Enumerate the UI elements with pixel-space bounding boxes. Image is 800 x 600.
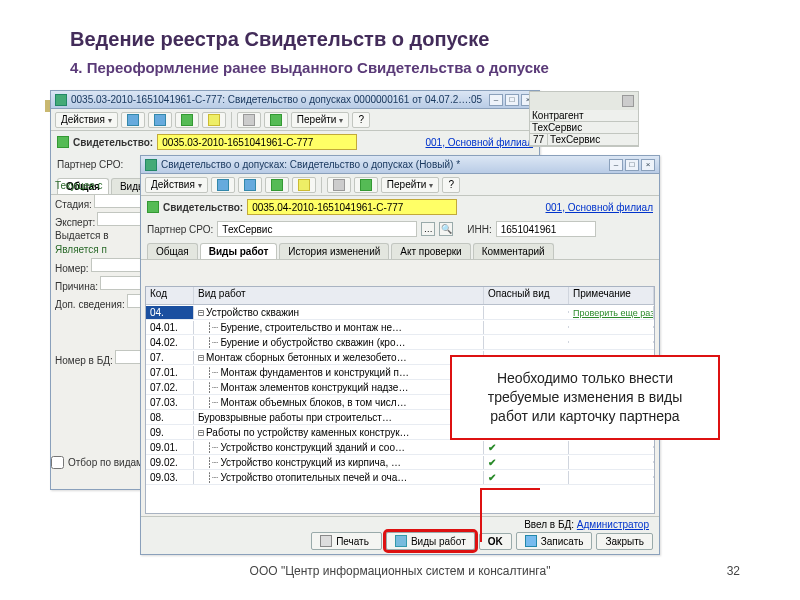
- col-code[interactable]: Код: [146, 287, 194, 304]
- maximize-button[interactable]: □: [625, 159, 639, 171]
- right-panel: Контрагент ТехСервис 77ТехСервис: [529, 91, 639, 147]
- col-danger[interactable]: Опасный вид: [484, 287, 569, 304]
- folder-icon: [395, 535, 407, 547]
- cert-icon: [57, 136, 69, 148]
- tab-general[interactable]: Общая: [147, 243, 198, 259]
- actions-menu[interactable]: Действия: [55, 112, 118, 128]
- titlebar-2[interactable]: Свидетельство о допусках: Свидетельство …: [141, 156, 659, 174]
- filter-checkbox[interactable]: [51, 456, 64, 469]
- callout-connector: [480, 488, 540, 490]
- print-button[interactable]: Печать: [311, 532, 382, 550]
- app-icon: [145, 159, 157, 171]
- cert-icon: [147, 201, 159, 213]
- minimize-button[interactable]: –: [609, 159, 623, 171]
- actions-menu[interactable]: Действия: [145, 177, 208, 193]
- select-button[interactable]: …: [421, 222, 435, 236]
- printer-icon: [320, 535, 332, 547]
- inn-label: ИНН:: [467, 224, 491, 235]
- titlebar-text: Свидетельство о допусках: Свидетельство …: [161, 159, 460, 170]
- goto-menu[interactable]: Перейти: [291, 112, 350, 128]
- ok-button[interactable]: OK: [479, 533, 512, 550]
- slide-number: 32: [727, 564, 740, 578]
- col-work[interactable]: Вид работ: [194, 287, 484, 304]
- app-icon: [55, 94, 67, 106]
- tb-icon[interactable]: [238, 177, 262, 193]
- tb-icon[interactable]: [175, 112, 199, 128]
- tb-icon[interactable]: [237, 112, 261, 128]
- table-row[interactable]: 09.02. ┊┈Устройство конструкций из кирпи…: [146, 455, 654, 470]
- titlebar-text: 0035.03-2010-1651041961-С-777: Свидетель…: [71, 94, 482, 105]
- filter-icon[interactable]: [622, 95, 634, 107]
- table-row[interactable]: 04.02. ┊┈Бурение и обустройство скважин …: [146, 335, 654, 350]
- partner-label: Партнер СРО:: [147, 224, 213, 235]
- close-button[interactable]: Закрыть: [596, 533, 653, 550]
- branch-link[interactable]: 001, Основной филиал: [426, 137, 534, 148]
- branch-link[interactable]: 001, Основной филиал: [546, 202, 654, 213]
- inn-field: 1651041961: [496, 221, 596, 237]
- tb-icon[interactable]: [292, 177, 316, 193]
- tb-icon[interactable]: [264, 112, 288, 128]
- toolbar-2: Действия Перейти ?: [141, 174, 659, 196]
- toolbar-1: Действия Перейти ?: [51, 109, 539, 131]
- callout-connector: [480, 488, 482, 542]
- minimize-button[interactable]: –: [489, 94, 503, 106]
- save-icon: [525, 535, 537, 547]
- slide-title: Ведение реестра Свидетельств о допуске: [70, 28, 760, 51]
- col-note[interactable]: Примечание: [569, 287, 654, 304]
- titlebar-1[interactable]: 0035.03-2010-1651041961-С-777: Свидетель…: [51, 91, 539, 109]
- tb-icon[interactable]: [121, 112, 145, 128]
- cert-number-field[interactable]: 0035.04-2010-1651041961-С-777: [247, 199, 457, 215]
- save-button[interactable]: Записать: [516, 532, 593, 550]
- tb-icon[interactable]: [148, 112, 172, 128]
- table-row[interactable]: 04.⊟Устройство скважинПроверить еще раз!…: [146, 305, 654, 320]
- open-button[interactable]: 🔍: [439, 222, 453, 236]
- partner-field[interactable]: ТехСервис: [217, 221, 417, 237]
- tab-act[interactable]: Акт проверки: [391, 243, 470, 259]
- close-button[interactable]: ×: [641, 159, 655, 171]
- callout-note: Необходимо только внести требуемые измен…: [450, 355, 720, 440]
- db-user-link[interactable]: Администратор: [577, 519, 649, 530]
- table-row[interactable]: 09.03. ┊┈Устройство отопительных печей и…: [146, 470, 654, 485]
- maximize-button[interactable]: □: [505, 94, 519, 106]
- tb-icon[interactable]: [265, 177, 289, 193]
- tab-works[interactable]: Виды работ: [200, 243, 278, 259]
- db-label: Ввел в БД:: [524, 519, 574, 530]
- help-button[interactable]: ?: [442, 177, 460, 193]
- cert-number-field[interactable]: 0035.03-2010-1651041961-С-777: [157, 134, 357, 150]
- slide-footer: ООО "Центр информационных систем и конса…: [0, 564, 800, 578]
- help-button[interactable]: ?: [352, 112, 370, 128]
- cert-label: Свидетельство:: [163, 202, 243, 213]
- tab-history[interactable]: История изменений: [279, 243, 389, 259]
- goto-menu[interactable]: Перейти: [381, 177, 440, 193]
- tb-icon[interactable]: [327, 177, 351, 193]
- tb-icon[interactable]: [354, 177, 378, 193]
- cert-label: Свидетельство:: [73, 137, 153, 148]
- tb-icon[interactable]: [202, 112, 226, 128]
- works-types-button[interactable]: Виды работ: [386, 532, 475, 550]
- partner-label: Партнер СРО:: [57, 159, 123, 170]
- table-row[interactable]: 04.01. ┊┈Бурение, строительство и монтаж…: [146, 320, 654, 335]
- slide-subtitle: 4. Переоформление ранее выданного Свидет…: [70, 59, 760, 76]
- tb-icon[interactable]: [211, 177, 235, 193]
- table-row[interactable]: 09.01. ┊┈Устройство конструкций зданий и…: [146, 440, 654, 455]
- tab-comment[interactable]: Комментарий: [473, 243, 554, 259]
